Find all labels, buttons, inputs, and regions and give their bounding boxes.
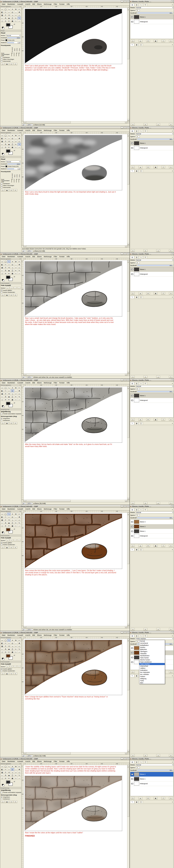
foreground-color-swatch[interactable] bbox=[6, 23, 10, 26]
tool-rect-select[interactable]: ▭ bbox=[1, 513, 4, 516]
minimize-button[interactable]: ▁ bbox=[121, 379, 123, 381]
save-options-button[interactable]: ▢ bbox=[1, 801, 5, 803]
brush-preview[interactable] bbox=[5, 165, 7, 167]
tool-align[interactable]: ▦ bbox=[1, 140, 4, 143]
menu-bearbeiten[interactable]: Bearbeiten bbox=[6, 634, 16, 636]
restore-options-button[interactable]: ▣ bbox=[5, 546, 9, 549]
layer-row[interactable]: Ebene 2 bbox=[130, 524, 173, 529]
tool-move[interactable]: ✚ bbox=[18, 642, 21, 645]
tool-scale[interactable]: ↘ bbox=[11, 14, 14, 17]
layer-row[interactable]: Ebene 3 bbox=[130, 520, 173, 524]
dock-up-button[interactable]: ▴ bbox=[156, 754, 160, 757]
tab-pfade[interactable]: ∿ bbox=[139, 634, 143, 637]
unit-dropdown[interactable]: px▾ bbox=[22, 376, 26, 378]
tool-perspective[interactable]: ◇ bbox=[18, 266, 21, 269]
menu-datei[interactable]: Datei bbox=[1, 761, 6, 763]
scroll-right-button[interactable]: ▸ bbox=[125, 752, 127, 754]
layer-mode-option[interactable]: Vernichtend bbox=[140, 642, 165, 644]
save-options-button[interactable]: ▢ bbox=[1, 546, 5, 549]
tool-bucket-fill[interactable]: ◆ bbox=[7, 17, 10, 20]
visibility-eye-icon[interactable] bbox=[131, 268, 133, 271]
select-mode-replace-button[interactable]: ▪ bbox=[6, 287, 9, 289]
raise-layer-button[interactable]: ▲ bbox=[139, 418, 142, 421]
menu-ebene[interactable]: Ebene bbox=[36, 508, 43, 510]
tool-zoom[interactable]: ◎ bbox=[11, 768, 14, 771]
anchor-layer-button[interactable]: ↧ bbox=[161, 292, 165, 294]
tool-bucket-fill[interactable]: ◆ bbox=[7, 648, 10, 650]
navigation-preview-button[interactable]: + bbox=[127, 245, 129, 248]
tool-perspective[interactable]: ◇ bbox=[18, 519, 21, 521]
tool-free-select[interactable]: ∿ bbox=[7, 765, 10, 768]
layer-mode-dropdown[interactable]: Normal▾ bbox=[136, 259, 173, 261]
scroll-down-button[interactable]: ▾ bbox=[127, 750, 129, 752]
option-checkbox[interactable] bbox=[1, 185, 2, 186]
close-button[interactable]: ✕ bbox=[127, 127, 129, 129]
scroll-down-button[interactable]: ▾ bbox=[127, 119, 129, 121]
dynamics-checkbox[interactable] bbox=[14, 181, 14, 182]
tool-fuzzy-select[interactable]: ✦ bbox=[11, 513, 14, 516]
tool-blur-sharpen[interactable]: ≈ bbox=[14, 651, 18, 653]
tab-menu-icon[interactable]: ◂ bbox=[171, 508, 173, 511]
scroll-thumb[interactable] bbox=[127, 641, 129, 690]
tool-color-picker[interactable]: ◗ bbox=[7, 642, 10, 645]
tab-menu-icon[interactable]: ◂ bbox=[171, 675, 173, 677]
tool-eraser[interactable]: ▯ bbox=[1, 272, 4, 275]
tab-journal[interactable]: ⟲ bbox=[143, 382, 147, 385]
tab-ebenen[interactable]: ▤ bbox=[130, 761, 134, 763]
tool-gradient[interactable]: ▒ bbox=[11, 269, 14, 272]
minimize-button[interactable]: ▁ bbox=[121, 127, 123, 129]
delete-options-button[interactable]: ✕ bbox=[14, 422, 17, 425]
tool-align[interactable]: ▦ bbox=[1, 645, 4, 648]
dock-close-icon[interactable]: ✕ bbox=[20, 637, 21, 638]
menu-hilfe[interactable]: Hilfe bbox=[66, 761, 71, 763]
delete-options-button[interactable]: ✕ bbox=[14, 294, 17, 296]
tool-align[interactable]: ▦ bbox=[1, 519, 4, 521]
menu-ansicht[interactable]: Ansicht bbox=[24, 129, 31, 131]
dock-down-button[interactable]: ▾ bbox=[169, 123, 173, 126]
tool-text[interactable]: A bbox=[4, 774, 7, 777]
tool-paths[interactable]: ✑ bbox=[4, 137, 7, 140]
scroll-left-button[interactable]: ◂ bbox=[24, 121, 26, 123]
tool-crop[interactable]: # bbox=[4, 14, 7, 17]
tab-kanaele[interactable]: ▥ bbox=[134, 3, 139, 6]
tool-shear[interactable]: ▱ bbox=[14, 14, 18, 17]
scroll-track[interactable] bbox=[127, 641, 129, 750]
menu-bild[interactable]: Bild bbox=[31, 634, 36, 636]
tool-measure[interactable]: ↔ bbox=[14, 11, 18, 13]
tool-free-select[interactable]: ∿ bbox=[7, 260, 10, 263]
tool-scale[interactable]: ↘ bbox=[11, 392, 14, 395]
layer-opacity-slider[interactable]: 100,0 bbox=[137, 138, 173, 140]
anchor-layer-button[interactable]: ↧ bbox=[161, 166, 165, 168]
tool-foreground-select[interactable]: ◧ bbox=[1, 768, 4, 771]
scroll-track[interactable] bbox=[127, 262, 129, 371]
tab-farbverlaeufe[interactable]: ▒ bbox=[139, 422, 143, 425]
raise-layer-button[interactable]: ▲ bbox=[139, 797, 142, 799]
tab-pinsel[interactable]: ✎ bbox=[130, 422, 134, 425]
tool-align[interactable]: ▦ bbox=[1, 392, 4, 395]
tool-clone[interactable]: ▣ bbox=[11, 272, 14, 275]
menu-bearbeiten[interactable]: Bearbeiten bbox=[6, 761, 16, 763]
tool-smudge[interactable]: ∽ bbox=[18, 651, 21, 653]
tool-paintbrush[interactable]: ✎ bbox=[18, 774, 21, 777]
layer-mode-option[interactable]: Bildschirm bbox=[140, 648, 165, 650]
select-mode-add-button[interactable]: + bbox=[10, 665, 13, 668]
scroll-thumb[interactable] bbox=[26, 626, 71, 628]
visibility-eye-icon[interactable] bbox=[131, 16, 133, 18]
scroll-down-button[interactable]: ▾ bbox=[127, 371, 129, 373]
tool-select-by-color[interactable]: ❖ bbox=[14, 260, 18, 263]
tool-color-picker[interactable]: ◗ bbox=[7, 263, 10, 266]
menu-filter[interactable]: Filter bbox=[53, 3, 58, 5]
tool-pencil[interactable]: ✏ bbox=[14, 269, 18, 272]
layer-row[interactable]: Ebene 1 bbox=[130, 141, 173, 146]
close-button[interactable]: ✕ bbox=[127, 253, 129, 255]
tab-kanaele[interactable]: ▥ bbox=[134, 761, 139, 763]
tool-paths[interactable]: ✑ bbox=[4, 390, 7, 392]
option-radio[interactable] bbox=[1, 798, 2, 800]
option-checkbox[interactable] bbox=[1, 544, 2, 546]
tab-ebenen[interactable]: ▤ bbox=[130, 3, 134, 6]
reset-options-button[interactable]: ⟲ bbox=[9, 801, 13, 803]
select-mode-subtract-button[interactable]: − bbox=[14, 287, 17, 289]
select-mode-intersect-button[interactable]: ∩ bbox=[17, 665, 21, 668]
menu-werkzeuge[interactable]: Werkzeuge bbox=[43, 255, 53, 258]
menu-ansicht[interactable]: Ansicht bbox=[24, 761, 31, 763]
